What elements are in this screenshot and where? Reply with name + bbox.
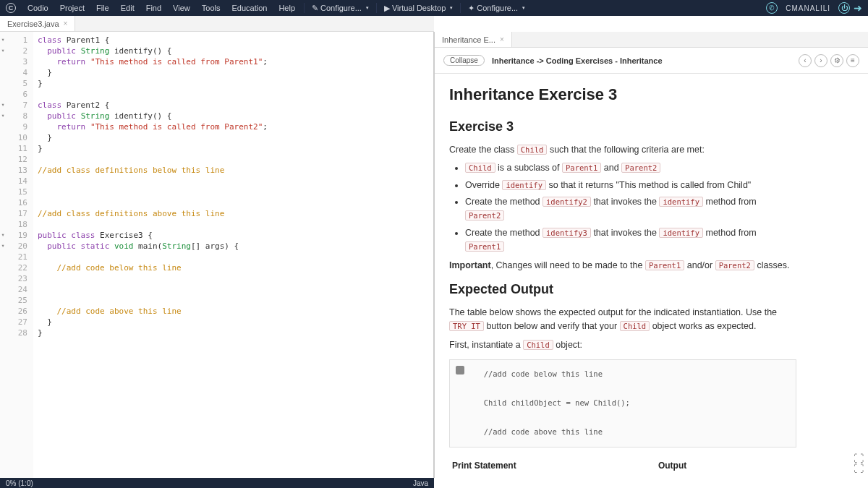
table-header: Print Statement: [449, 455, 655, 477]
power-icon[interactable]: ⏻: [838, 2, 850, 14]
gear-icon[interactable]: ⚙: [830, 54, 843, 67]
instructions-header: Collapse Inheritance -> Coding Exercises…: [435, 48, 868, 74]
instructions-tabbar: Inheritance E... ×: [435, 32, 868, 48]
menu-project[interactable]: Project: [54, 4, 90, 12]
exit-icon[interactable]: ➜: [854, 2, 862, 14]
breadcrumb: Inheritance -> Coding Exercises - Inheri…: [492, 56, 663, 65]
phone-icon[interactable]: ✆: [766, 2, 778, 14]
instructions-body[interactable]: Inheritance Exercise 3 Exercise 3 Create…: [435, 74, 868, 478]
table-row: System.out.println(childObject.identify(…: [449, 476, 796, 478]
menu-help[interactable]: Help: [273, 4, 301, 12]
instructions-tab-label: Inheritance E...: [442, 35, 495, 44]
menu-file[interactable]: File: [90, 4, 115, 12]
menubar: C Codio ProjectFileEditFindViewToolsEduc…: [0, 0, 868, 16]
action-configure-2[interactable]: ✦ Configure...: [464, 4, 529, 13]
editor-tab[interactable]: Exercise3.java ×: [0, 16, 75, 31]
line-gutter: 1234567891011121314151617181920212223242…: [0, 32, 33, 478]
status-cursor: 0% (1:0): [6, 479, 33, 487]
close-icon[interactable]: ×: [500, 35, 504, 43]
list-icon[interactable]: ≡: [846, 54, 859, 67]
code-editor[interactable]: 1234567891011121314151617181920212223242…: [0, 32, 434, 478]
menu-find[interactable]: Find: [140, 4, 167, 12]
status-language: Java: [413, 479, 428, 487]
code-content[interactable]: class Parent1 { public String identify()…: [33, 32, 433, 478]
list-item: Create the method identify2 that invokes…: [465, 195, 796, 223]
editor-tabbar: Exercise3.java ×: [0, 16, 434, 32]
action-configure-1[interactable]: ✎ Configure...: [307, 4, 373, 13]
expected-output-heading: Expected Output: [449, 280, 796, 300]
menu-education[interactable]: Education: [226, 4, 273, 12]
instructions-panel: Inheritance E... × Collapse Inheritance …: [434, 32, 868, 478]
menu-edit[interactable]: Edit: [115, 4, 140, 12]
status-bar: 0% (1:0) Java: [0, 478, 434, 488]
instantiate-paragraph: First, instantiate a Child object:: [449, 338, 796, 352]
instructions-tab[interactable]: Inheritance E... ×: [435, 32, 512, 47]
editor-tab-label: Exercise3.java: [7, 20, 59, 28]
menu-brand[interactable]: Codio: [22, 4, 54, 12]
codio-logo-icon: C: [6, 3, 16, 13]
exercise-heading: Exercise 3: [449, 117, 796, 137]
expand-icon[interactable]: ⛶⛶: [854, 453, 864, 474]
code-sample: //add code below this line Child childOb…: [449, 359, 796, 448]
next-page-icon[interactable]: ›: [814, 54, 827, 67]
output-table: Print StatementOutput System.out.println…: [449, 455, 796, 478]
intro-paragraph: Create the class Child such that the fol…: [449, 143, 796, 157]
close-icon[interactable]: ×: [64, 20, 68, 27]
criteria-list: Child is a subclass of Parent1 and Paren…: [465, 161, 796, 254]
menu-view[interactable]: View: [167, 4, 196, 12]
menu-tools[interactable]: Tools: [196, 4, 226, 12]
list-item: Child is a subclass of Parent1 and Paren…: [465, 161, 796, 175]
table-header: Output: [655, 455, 796, 477]
username[interactable]: CMANALILI: [786, 4, 830, 12]
page-title: Inheritance Exercise 3: [449, 82, 796, 107]
list-item: Override identify so that it returns "Th…: [465, 179, 796, 192]
collapse-button[interactable]: Collapse: [443, 55, 485, 66]
action-virtual-desktop[interactable]: ▶ Virtual Desktop: [380, 4, 457, 13]
list-item: Create the method identify3 that invokes…: [465, 226, 796, 254]
important-note: Important, Changes will need to be made …: [449, 259, 796, 273]
output-paragraph: The table below shows the expected outpu…: [449, 306, 796, 334]
prev-page-icon[interactable]: ‹: [799, 54, 812, 67]
